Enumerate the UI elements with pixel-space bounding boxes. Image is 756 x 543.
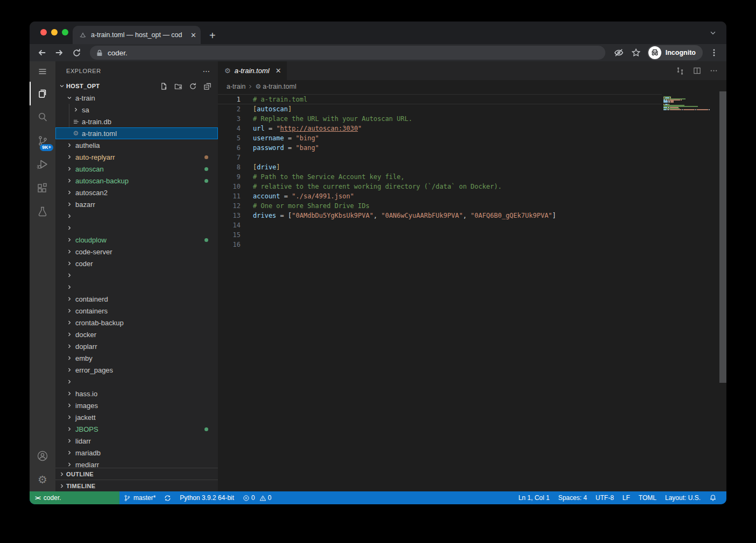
timeline-section[interactable]: TIMELINE [55,480,218,491]
code-line-9[interactable]: 9# Path to the Service Account key file, [218,172,726,182]
split-editor-icon[interactable] [693,67,701,75]
tree-item-lidarr[interactable]: lidarr [55,435,218,447]
sync-status[interactable] [160,491,175,504]
editor-tab-a-train-toml[interactable]: ⚙ a-train.toml ✕ [218,61,287,80]
new-tab-button[interactable]: + [209,30,216,41]
code-line-7[interactable]: 7 [218,153,726,162]
lock-icon[interactable] [96,49,103,56]
tree-item-a-train.toml[interactable]: ⚙a-train.toml [55,127,218,139]
account-icon[interactable] [30,444,55,468]
tree-item-authelia[interactable]: authelia [55,139,218,151]
bookmark-star-icon[interactable] [628,45,644,60]
tree-item-coder[interactable]: coder [55,258,218,269]
tree-item-unnamed[interactable] [55,281,218,293]
explorer-more-icon[interactable]: ⋯ [202,67,210,75]
code-line-6[interactable]: 6password = "bang" [218,143,726,153]
tree-item-sa[interactable]: sa [55,104,218,116]
tree-item-a-train[interactable]: a-train [55,92,218,104]
run-debug-activity-icon[interactable] [30,153,55,176]
browser-tab[interactable]: a-train.toml — host_opt — cod ✕ [73,26,201,44]
python-interpreter-status[interactable]: Python 3.9.2 64-bit [175,491,238,504]
tree-item-containerd[interactable]: containerd [55,293,218,305]
more-actions-icon[interactable] [710,67,718,75]
address-bar[interactable]: coder. [90,46,605,60]
workspace-root-row[interactable]: HOST_OPT [55,80,218,92]
tree-item-auto-replyarr[interactable]: auto-replyarr [55,151,218,163]
keyboard-layout-status[interactable]: Layout: U.S. [661,491,705,504]
new-file-icon[interactable] [160,82,168,90]
tree-item-mariadb[interactable]: mariadb [55,447,218,459]
zoom-window-button[interactable] [62,29,68,35]
indentation-status[interactable]: Spaces: 4 [554,491,591,504]
refresh-icon[interactable] [189,82,197,90]
incognito-badge[interactable]: Incognito [647,45,703,60]
collapse-all-icon[interactable] [203,82,211,90]
code-line-10[interactable]: 10# relative to the current working dire… [218,182,726,191]
outline-section[interactable]: OUTLINE [55,468,218,480]
code-line-3[interactable]: 3# Replace the URL with your Autoscan UR… [218,114,726,124]
tree-item-JBOPS[interactable]: JBOPS [55,423,218,435]
new-folder-icon[interactable] [174,82,182,90]
code-line-12[interactable]: 12# One or more Shared Drive IDs [218,201,726,211]
tree-item-containers[interactable]: containers [55,305,218,317]
code-line-5[interactable]: 5username = "bing" [218,133,726,143]
code-line-13[interactable]: 13drives = ["0AMdbDu5YgKbsUk9PVA", "0AN6… [218,211,726,220]
tree-item-mediarr[interactable]: mediarr [55,459,218,468]
tab-close-icon[interactable]: ✕ [190,31,196,39]
open-changes-icon[interactable] [676,67,684,75]
code-line-15[interactable]: 15 [218,230,726,240]
code-line-14[interactable]: 14 [218,220,726,230]
menu-hamburger-icon[interactable] [30,61,55,82]
notifications-bell-icon[interactable] [705,491,721,504]
browser-menu-icon[interactable] [706,45,722,60]
remote-host-indicator[interactable]: >< coder. [30,491,119,504]
tree-item-bazarr[interactable]: bazarr [55,198,218,210]
code-line-8[interactable]: 8[drive] [218,162,726,172]
breadcrumb-file[interactable]: a-train.toml [263,83,296,90]
settings-gear-icon[interactable]: ⚙ [30,468,55,491]
tab-search-chevron-icon[interactable] [709,29,717,37]
tree-item-unnamed[interactable] [55,376,218,388]
search-activity-icon[interactable] [30,105,55,129]
code-line-11[interactable]: 11account = "./sa/4991.json" [218,191,726,201]
code-editor[interactable]: 1# a-train.toml2[autoscan]3# Replace the… [218,93,726,491]
editor-tab-close-icon[interactable]: ✕ [275,67,281,75]
code-line-1[interactable]: 1# a-train.toml [218,95,726,104]
reload-icon[interactable] [68,45,84,60]
breadcrumb-folder[interactable]: a-train [227,83,245,90]
tree-item-crontab-backup[interactable]: crontab-backup [55,317,218,328]
close-window-button[interactable] [40,29,47,35]
code-line-2[interactable]: 2[autoscan] [218,104,726,114]
tree-item-unnamed[interactable] [55,210,218,222]
cursor-position-status[interactable]: Ln 1, Col 1 [514,491,554,504]
git-branch-status[interactable]: master* [119,491,160,504]
browser-scrollbar-thumb[interactable] [719,91,726,383]
minimap[interactable] [663,96,703,113]
tree-item-autoscan[interactable]: autoscan [55,163,218,175]
code-line-4[interactable]: 4url = "http://autoscan:3030" [218,124,726,133]
tree-item-docker[interactable]: docker [55,328,218,340]
tree-item-autoscan2[interactable]: autoscan2 [55,187,218,198]
language-mode-status[interactable]: TOML [634,491,661,504]
tree-item-unnamed[interactable] [55,222,218,234]
extensions-activity-icon[interactable] [30,176,55,200]
code-line-16[interactable]: 16 [218,240,726,249]
problems-status[interactable]: 0 0 [238,491,275,504]
tree-item-error_pages[interactable]: error_pages [55,364,218,376]
explorer-activity-icon[interactable] [30,82,55,105]
back-icon[interactable] [34,45,50,60]
tree-item-images[interactable]: images [55,399,218,411]
tree-item-hass.io[interactable]: hass.io [55,388,218,399]
testing-activity-icon[interactable] [30,200,55,224]
tree-item-doplarr[interactable]: doplarr [55,340,218,352]
tree-item-code-server[interactable]: code-server [55,246,218,258]
source-control-activity-icon[interactable]: 9K+ [30,129,55,153]
encoding-status[interactable]: UTF-8 [591,491,618,504]
tree-item-emby[interactable]: emby [55,352,218,364]
forward-icon[interactable] [51,45,67,60]
tree-item-jackett[interactable]: jackett [55,411,218,423]
tree-item-autoscan-backup[interactable]: autoscan-backup [55,175,218,187]
tree-item-a-train.db[interactable]: a-train.db [55,116,218,127]
eye-off-icon[interactable] [611,45,627,60]
tree-item-unnamed[interactable] [55,269,218,281]
